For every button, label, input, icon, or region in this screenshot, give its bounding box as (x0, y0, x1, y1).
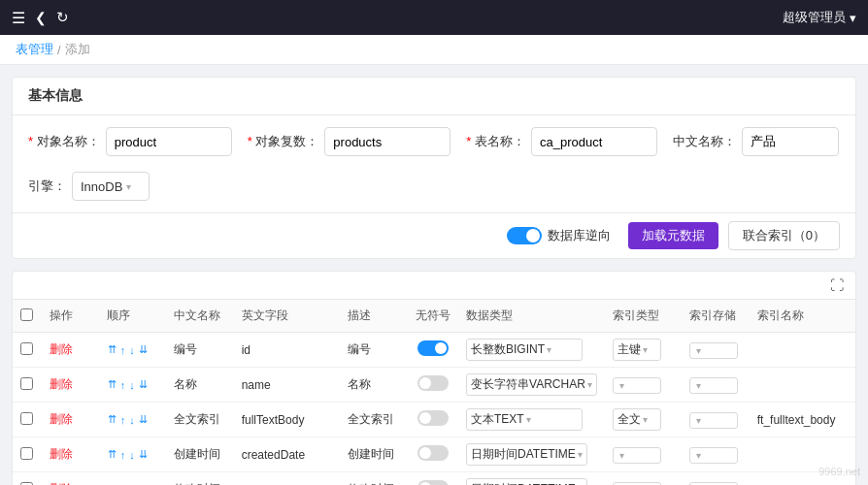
dtype-select[interactable]: 文本TEXT ▾ (466, 408, 583, 431)
row-unsigned (408, 403, 458, 437)
row-idxname (750, 472, 855, 486)
dtype-select[interactable]: 长整数BIGINT ▾ (466, 339, 583, 361)
order-up-btn[interactable]: ↑ (119, 344, 127, 356)
row-desc: 修改时间 (340, 472, 408, 486)
unsigned-toggle[interactable] (417, 375, 449, 391)
row-cn: 编号 (166, 333, 234, 368)
order-down-btn[interactable]: ↓ (128, 344, 136, 356)
th-idxtype: 索引类型 (605, 300, 682, 333)
order-last-btn[interactable]: ⇊ (138, 413, 149, 426)
order-last-btn[interactable]: ⇊ (138, 448, 149, 461)
row-dtype: 文本TEXT ▾ (458, 403, 605, 437)
select-all-checkbox[interactable] (20, 308, 33, 321)
toggle-wrap: 数据库逆向 (507, 227, 611, 244)
refresh-icon[interactable]: ↻ (56, 9, 69, 26)
combined-index-btn[interactable]: 联合索引（0） (728, 221, 840, 250)
table-row: 删除 ⇈ ↑ ↓ ⇊ 修改时间lastModifiedDate修改时间 日期时间… (13, 472, 855, 486)
label-object-plural: 对象复数： (248, 133, 319, 150)
table-section: ⛶ 操作 顺序 中文名称 英文字段 描述 无符号 数据类型 索引类型 索引存储 … (12, 271, 856, 485)
order-first-btn[interactable]: ⇈ (107, 413, 117, 426)
unsigned-toggle[interactable] (417, 445, 449, 461)
row-select-checkbox[interactable] (20, 412, 33, 425)
row-select-checkbox[interactable] (20, 447, 33, 460)
row-en: fullTextBody (234, 403, 341, 437)
collapse-icon[interactable]: ❮ (35, 10, 47, 25)
idxstore-select[interactable]: ▾ (689, 412, 738, 429)
row-idxstore: ▾ (682, 333, 750, 368)
idxtype-select[interactable]: ▾ (613, 447, 661, 464)
topbar-right: 超级管理员 ▾ (783, 9, 856, 26)
idxstore-arrow: ▾ (696, 450, 701, 461)
unsigned-toggle[interactable] (417, 340, 449, 356)
order-first-btn[interactable]: ⇈ (107, 343, 117, 356)
db-reverse-toggle[interactable] (507, 227, 542, 244)
row-idxname (750, 437, 855, 472)
order-last-btn[interactable]: ⇊ (138, 343, 149, 356)
row-idxstore: ▾ (682, 437, 750, 472)
unsigned-toggle[interactable] (417, 480, 449, 485)
dtype-arrow: ▾ (547, 344, 551, 355)
expand-icon[interactable]: ⛶ (830, 277, 844, 293)
dtype-arrow: ▾ (578, 449, 583, 460)
engine-arrow: ▾ (126, 181, 131, 192)
row-en: id (234, 333, 341, 368)
order-up-btn[interactable]: ↑ (119, 379, 127, 391)
input-table-name[interactable] (531, 127, 657, 156)
dtype-select[interactable]: 日期时间DATETIME ▾ (466, 443, 587, 466)
input-cn-name[interactable] (742, 127, 839, 156)
row-select-checkbox[interactable] (20, 342, 33, 355)
order-up-btn[interactable]: ↑ (119, 449, 127, 461)
idxstore-select[interactable]: ▾ (689, 377, 738, 394)
menu-icon[interactable]: ☰ (12, 9, 25, 27)
delete-button[interactable]: 删除 (50, 446, 73, 463)
row-idxstore: ▾ (682, 403, 750, 437)
row-order: ⇈ ↑ ↓ ⇊ (99, 437, 166, 472)
order-up-btn[interactable]: ↑ (119, 414, 127, 426)
fields-table: 操作 顺序 中文名称 英文字段 描述 无符号 数据类型 索引类型 索引存储 索引… (13, 300, 855, 485)
order-down-btn[interactable]: ↓ (128, 379, 136, 391)
row-idxtype: ▾ (605, 472, 682, 486)
idxstore-select[interactable]: ▾ (689, 342, 738, 359)
order-first-btn[interactable]: ⇈ (107, 378, 117, 391)
dtype-select[interactable]: 日期时间DATETIME ▾ (466, 478, 587, 485)
row-checkbox (13, 437, 42, 472)
user-dropdown-arrow[interactable]: ▾ (850, 11, 856, 25)
delete-button[interactable]: 删除 (50, 411, 73, 428)
idxstore-select[interactable]: ▾ (689, 447, 738, 464)
idxtype-select[interactable]: 全文 ▾ (613, 408, 661, 431)
dtype-arrow: ▾ (526, 414, 531, 425)
th-desc: 描述 (340, 300, 408, 333)
th-order: 顺序 (99, 300, 166, 333)
engine-select[interactable]: InnoDB ▾ (72, 172, 150, 201)
idxtype-select[interactable]: ▾ (613, 377, 661, 394)
add-field-btn[interactable]: 加载元数据 (628, 222, 718, 249)
unsigned-toggle[interactable] (417, 410, 449, 426)
delete-button[interactable]: 删除 (50, 481, 73, 485)
input-object-plural[interactable] (324, 127, 451, 156)
breadcrumb-parent[interactable]: 表管理 (16, 41, 53, 58)
basic-info-form: 对象名称： 对象复数： 表名称： 中文名称： 引擎： InnoDB ▾ (13, 115, 855, 212)
th-ops: 操作 (42, 300, 99, 333)
idxtype-select[interactable]: 主键 ▾ (613, 339, 661, 361)
order-first-btn[interactable]: ⇈ (107, 448, 117, 461)
th-idxstore: 索引存储 (682, 300, 750, 333)
dtype-select[interactable]: 变长字符串VARCHAR ▾ (466, 373, 597, 396)
order-down-btn[interactable]: ↓ (128, 414, 136, 426)
row-desc: 全文索引 (340, 403, 408, 437)
row-ops: 删除 (42, 333, 99, 368)
order-last-btn[interactable]: ⇊ (138, 378, 149, 391)
toggle-label: 数据库逆向 (548, 227, 611, 244)
input-object-name[interactable] (106, 127, 232, 156)
row-order: ⇈ ↑ ↓ ⇊ (99, 403, 166, 437)
row-checkbox (13, 368, 42, 403)
table-toolbar: ⛶ (13, 272, 855, 300)
delete-button[interactable]: 删除 (50, 376, 73, 393)
row-select-checkbox[interactable] (20, 377, 33, 390)
row-dtype: 日期时间DATETIME ▾ (458, 437, 605, 472)
row-select-checkbox[interactable] (20, 482, 33, 486)
th-dtype: 数据类型 (458, 300, 605, 333)
delete-button[interactable]: 删除 (50, 341, 73, 358)
field-object-name: 对象名称： (28, 127, 232, 156)
order-down-btn[interactable]: ↓ (128, 449, 136, 461)
idxstore-arrow: ▾ (696, 345, 701, 356)
